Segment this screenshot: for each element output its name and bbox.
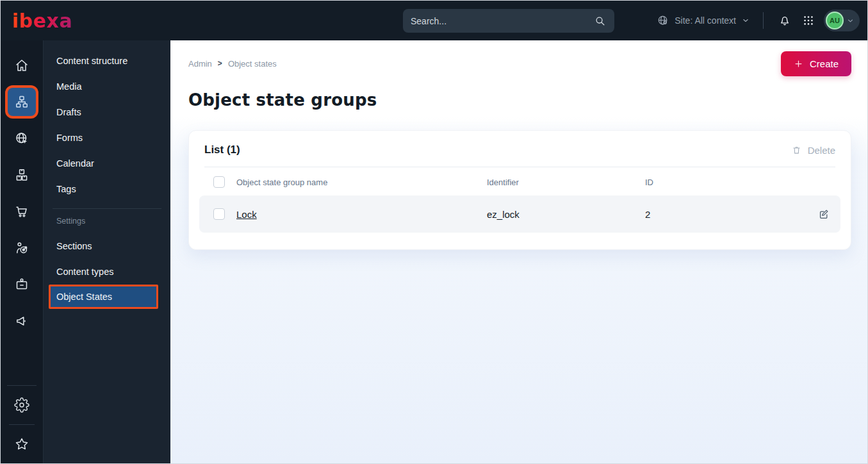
table-row: Lock ez_lock 2 xyxy=(199,195,840,233)
sidebar-item-content-types[interactable]: Content types xyxy=(44,259,170,285)
boxes-icon xyxy=(14,167,29,183)
select-all-checkbox[interactable] xyxy=(213,176,225,188)
home-icon xyxy=(14,58,29,73)
row-name-link[interactable]: Lock xyxy=(236,209,487,220)
topbar-divider xyxy=(763,12,764,29)
nav-commerce[interactable] xyxy=(1,193,43,229)
column-header-identifier: Identifier xyxy=(487,178,645,187)
delete-button-label: Delete xyxy=(808,145,835,156)
nav-product-catalog[interactable] xyxy=(1,156,43,193)
row-identifier: ez_lock xyxy=(487,209,645,220)
star-icon xyxy=(14,436,29,452)
app-window: ibexa Site: All context xyxy=(0,0,868,464)
create-button[interactable]: Create xyxy=(781,51,851,76)
nav-site[interactable] xyxy=(1,120,43,156)
table-header: Object state group name Identifier ID xyxy=(199,167,840,195)
sidebar-divider xyxy=(9,424,35,425)
top-bar: ibexa Site: All context xyxy=(1,1,867,40)
icon-sidebar-bottom xyxy=(1,383,43,461)
breadcrumb-admin[interactable]: Admin xyxy=(188,59,212,69)
global-search[interactable] xyxy=(403,9,614,33)
nav-personalization[interactable] xyxy=(1,229,43,266)
row-id: 2 xyxy=(645,209,802,220)
cart-icon xyxy=(14,204,29,219)
bell-icon xyxy=(778,13,792,28)
notifications-button[interactable] xyxy=(776,12,793,29)
avatar: AU xyxy=(826,12,844,29)
nav-admin-settings[interactable] xyxy=(1,388,43,422)
sidebar-section-divider xyxy=(53,208,161,209)
breadcrumb-object-states[interactable]: Object states xyxy=(228,59,277,69)
sidebar-item-calendar[interactable]: Calendar xyxy=(44,151,170,176)
page-title: Object state groups xyxy=(188,90,851,110)
create-button-label: Create xyxy=(810,58,839,69)
id-badge-icon xyxy=(14,277,29,292)
sidebar-item-tags[interactable]: Tags xyxy=(44,176,170,202)
list-card: List (1) Delete Object state group name … xyxy=(188,130,851,250)
edit-icon xyxy=(817,208,830,220)
trash-icon xyxy=(791,145,802,156)
column-header-name: Object state group name xyxy=(236,178,487,187)
nav-bookmarks[interactable] xyxy=(1,427,43,461)
nav-customers[interactable] xyxy=(1,266,43,302)
sidebar-item-object-states[interactable]: Object States xyxy=(49,285,158,309)
person-target-icon xyxy=(14,240,29,256)
ibexa-logo: ibexa xyxy=(12,10,72,32)
gear-icon xyxy=(14,397,29,413)
delete-button[interactable]: Delete xyxy=(791,145,835,156)
nav-content-structure[interactable] xyxy=(1,83,43,120)
sidebar-item-sections[interactable]: Sections xyxy=(44,233,170,259)
search-icon[interactable] xyxy=(594,15,607,28)
search-input[interactable] xyxy=(411,16,594,26)
app-grid-button[interactable] xyxy=(801,13,816,28)
topbar-right-controls: Site: All context AU xyxy=(657,10,860,31)
list-title: List (1) xyxy=(204,144,240,156)
sidebar-item-media[interactable]: Media xyxy=(44,74,170,99)
site-context-label: Site: All context xyxy=(675,15,736,26)
chevron-down-icon xyxy=(846,17,855,25)
column-header-id: ID xyxy=(645,178,802,187)
globe-cursor-icon xyxy=(14,131,29,146)
secondary-sidebar: Content structure Media Drafts Forms Cal… xyxy=(44,40,170,463)
edit-button[interactable] xyxy=(817,208,830,220)
site-context-selector[interactable]: Site: All context xyxy=(657,14,750,27)
megaphone-icon xyxy=(14,313,29,329)
grid-dots-icon xyxy=(802,14,815,27)
icon-sidebar xyxy=(1,40,44,463)
content-tree-icon xyxy=(14,94,29,110)
sidebar-item-content-structure[interactable]: Content structure xyxy=(44,48,170,74)
chevron-down-icon xyxy=(741,16,750,25)
breadcrumb: Admin > Object states xyxy=(188,59,277,69)
plus-icon xyxy=(794,59,803,69)
sidebar-item-drafts[interactable]: Drafts xyxy=(44,99,170,125)
globe-icon xyxy=(657,14,669,27)
sidebar-divider xyxy=(7,385,37,386)
main-content: Admin > Object states Create Object stat… xyxy=(170,40,867,463)
user-menu[interactable]: AU xyxy=(824,10,860,31)
row-checkbox[interactable] xyxy=(213,208,225,220)
active-nav-highlight xyxy=(8,88,36,116)
nav-dashboard[interactable] xyxy=(1,47,43,83)
nav-campaigns[interactable] xyxy=(1,302,43,339)
sidebar-item-forms[interactable]: Forms xyxy=(44,125,170,151)
sidebar-section-label: Settings xyxy=(44,214,170,233)
breadcrumb-separator: > xyxy=(218,59,222,68)
